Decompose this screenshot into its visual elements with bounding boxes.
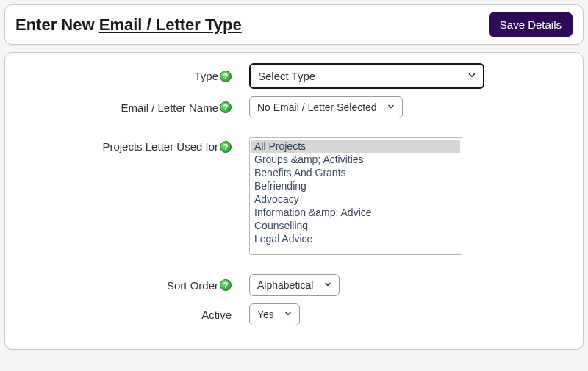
active-select-wrap: Yes (249, 303, 300, 325)
name-select-wrap: No Email / Letter Selected (249, 96, 403, 118)
label-projects-text: Projects Letter Used for (102, 140, 218, 153)
label-sort-order: Sort Order ? (17, 279, 237, 292)
control-sort-order: Alphabetical (237, 274, 340, 296)
control-name: No Email / Letter Selected (237, 96, 403, 118)
active-select[interactable]: Yes (249, 303, 300, 325)
control-type: Select Type (237, 63, 484, 89)
row-active: Active Yes (17, 303, 571, 325)
label-active-text: Active (201, 309, 232, 321)
type-select-wrap: Select Type (249, 63, 484, 89)
control-projects: All ProjectsGroups &amp; ActivitiesBenef… (237, 137, 462, 255)
row-name: Email / Letter Name ? No Email / Letter … (17, 96, 571, 118)
label-name-text: Email / Letter Name (121, 101, 218, 114)
type-select[interactable]: Select Type (249, 63, 484, 89)
projects-multiselect[interactable]: All ProjectsGroups &amp; ActivitiesBenef… (249, 137, 462, 255)
label-type: Type ? (17, 70, 237, 82)
save-details-button[interactable]: Save Details (489, 12, 573, 37)
control-active: Yes (237, 303, 300, 325)
help-icon[interactable]: ? (220, 279, 232, 291)
help-icon[interactable]: ? (220, 101, 232, 113)
sort-order-select-wrap: Alphabetical (249, 274, 340, 296)
header-panel: Enter New Email / Letter Type Save Detai… (4, 4, 584, 45)
label-name: Email / Letter Name ? (17, 101, 237, 114)
form-panel: Type ? Select Type Email / Letter Name ?… (4, 52, 584, 350)
name-select[interactable]: No Email / Letter Selected (249, 96, 403, 118)
help-icon[interactable]: ? (220, 141, 232, 153)
label-projects: Projects Letter Used for ? (17, 137, 237, 153)
label-active: Active (17, 309, 237, 321)
label-type-text: Type (194, 70, 218, 82)
row-type: Type ? Select Type (17, 63, 571, 89)
sort-order-select[interactable]: Alphabetical (249, 274, 340, 296)
page-title: Enter New Email / Letter Type (15, 15, 242, 35)
page-title-underlined: Email / Letter Type (99, 15, 242, 34)
help-icon[interactable]: ? (220, 71, 232, 82)
label-sort-order-text: Sort Order (167, 279, 218, 292)
page-title-prefix: Enter New (15, 15, 99, 34)
row-sort-order: Sort Order ? Alphabetical (17, 274, 571, 296)
row-projects: Projects Letter Used for ? All ProjectsG… (17, 137, 571, 255)
